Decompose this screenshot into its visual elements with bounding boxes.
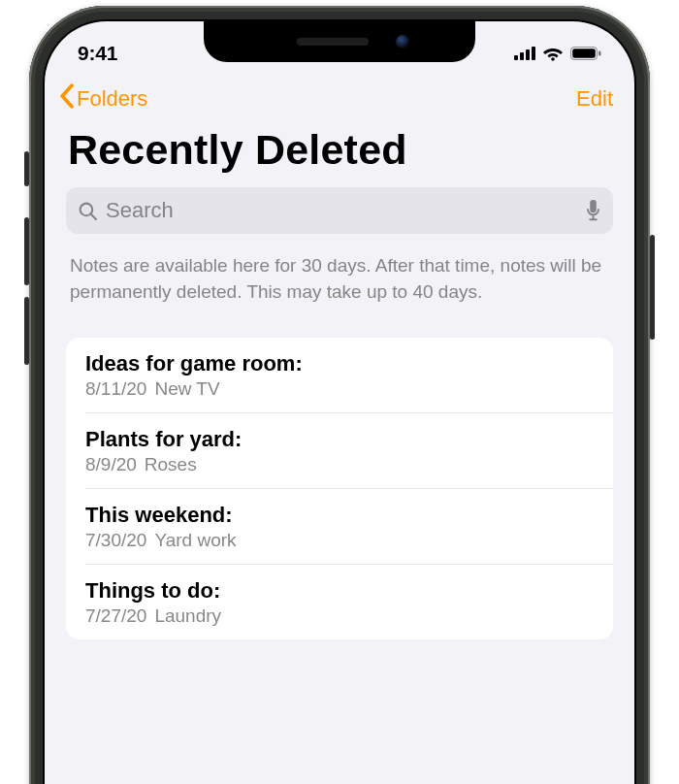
note-date: 7/30/20 [85, 530, 146, 550]
back-label: Folders [77, 86, 147, 112]
edit-button[interactable]: Edit [576, 86, 613, 112]
svg-rect-0 [514, 55, 518, 60]
note-date: 8/9/20 [85, 454, 137, 474]
note-row[interactable]: This weekend: 7/30/20Yard work [85, 488, 613, 564]
note-subtitle: 8/11/20New TV [85, 378, 594, 400]
svg-point-4 [551, 57, 555, 61]
note-subtitle: 7/30/20Yard work [85, 530, 574, 551]
note-preview: Laundry [154, 605, 221, 626]
note-row[interactable]: Ideas for game room: 8/11/20New TV [66, 338, 613, 412]
search-placeholder: Search [106, 198, 577, 223]
dictation-icon[interactable] [585, 199, 601, 222]
phone-frame: 9:41 [29, 6, 650, 784]
note-subtitle: 7/27/20Laundry [85, 605, 574, 627]
note-title: Plants for yard: [85, 427, 574, 452]
chevron-left-icon [58, 83, 75, 114]
svg-rect-10 [590, 200, 597, 212]
svg-rect-1 [520, 52, 524, 60]
note-title: Things to do: [85, 578, 574, 604]
note-title: This weekend: [85, 503, 574, 528]
note-date: 8/11/20 [85, 378, 146, 399]
status-indicators [514, 46, 601, 61]
search-field[interactable]: Search [66, 187, 613, 234]
svg-line-9 [91, 213, 96, 218]
page-title: Recently Deleted [45, 120, 634, 185]
svg-rect-7 [598, 51, 601, 56]
cellular-signal-icon [514, 47, 535, 60]
search-icon [78, 201, 98, 221]
note-preview: New TV [154, 378, 219, 399]
retention-notice: Notes are available here for 30 days. Af… [45, 234, 634, 338]
note-row[interactable]: Plants for yard: 8/9/20Roses [85, 412, 613, 488]
nav-bar: Folders Edit [45, 76, 634, 120]
side-button-silent [24, 151, 29, 186]
battery-icon [570, 47, 601, 60]
side-button-volume-down [24, 297, 29, 365]
status-time: 9:41 [78, 42, 117, 65]
notes-list: Ideas for game room: 8/11/20New TV Plant… [66, 338, 613, 639]
front-camera [396, 35, 409, 49]
note-title: Ideas for game room: [85, 351, 594, 376]
back-button[interactable]: Folders [58, 83, 147, 114]
note-date: 7/27/20 [85, 605, 146, 626]
side-button-volume-up [24, 217, 29, 285]
svg-rect-2 [526, 49, 530, 60]
side-button-power [650, 235, 655, 340]
note-preview: Yard work [154, 530, 236, 550]
note-subtitle: 8/9/20Roses [85, 454, 574, 475]
svg-rect-6 [572, 49, 596, 58]
notch [204, 21, 475, 62]
svg-rect-3 [532, 47, 535, 60]
speaker-grill [297, 38, 369, 46]
wifi-icon [542, 46, 564, 61]
note-row[interactable]: Things to do: 7/27/20Laundry [85, 564, 613, 639]
note-preview: Roses [145, 454, 197, 474]
screen: 9:41 [45, 21, 634, 784]
